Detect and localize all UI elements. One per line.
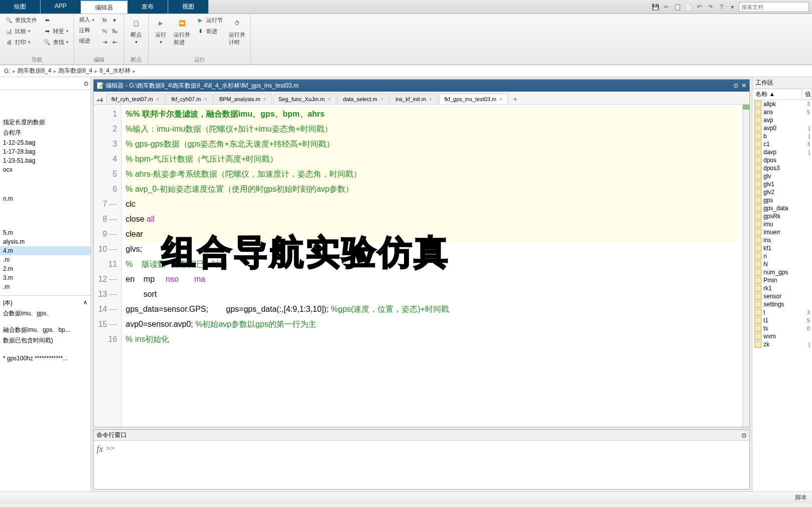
workspace-variable[interactable]: b[ <box>752 132 812 140</box>
workspace-variable[interactable]: avp0[ <box>752 124 812 132</box>
breakpoint-button[interactable]: 📋 断点▾ <box>127 15 145 46</box>
list-item[interactable]: ocx <box>0 165 91 174</box>
editor-tab[interactable]: fkf_cyh_test07.m× <box>106 94 165 104</box>
list-item[interactable]: .m <box>0 282 91 291</box>
workspace-variable[interactable]: allpk3 <box>752 100 812 108</box>
find-files-button[interactable]: 🔍查找文件 <box>3 15 39 25</box>
close-icon[interactable]: × <box>263 96 266 102</box>
goto-button[interactable]: ➡转至 <box>41 26 71 36</box>
close-icon[interactable]: × <box>499 96 502 102</box>
workspace-variable[interactable]: Pmin <box>752 276 812 284</box>
list-item[interactable]: 5.m <box>0 228 91 237</box>
list-item[interactable]: 1-17-28.bag <box>0 147 91 156</box>
workspace-col-name[interactable]: 名称 ▲ <box>752 89 802 100</box>
tab-app[interactable]: APP <box>41 0 81 14</box>
breadcrumb-root[interactable]: G: <box>4 68 11 75</box>
find-button[interactable]: 🔍查找 <box>41 37 71 47</box>
close-icon[interactable]: × <box>429 96 432 102</box>
workspace-variable[interactable]: dpos <box>752 156 812 164</box>
dropdown-icon[interactable]: ▾ <box>728 3 737 12</box>
print-button[interactable]: 🖨打印 <box>3 37 39 47</box>
tab-plot[interactable]: 绘图 <box>0 0 41 14</box>
list-item[interactable]: .m <box>0 255 91 264</box>
restore-icon[interactable]: ⊙ <box>733 82 738 89</box>
run-section-button[interactable]: ▶运行节 <box>194 15 225 25</box>
workspace-variable[interactable]: zk[ <box>752 340 812 348</box>
breadcrumb-item[interactable]: 8_4_水杉林 <box>100 67 131 75</box>
more-tabs-button[interactable]: +4 <box>94 96 106 104</box>
indent-toggle-button[interactable]: ⇥⇤ <box>99 37 121 47</box>
tab-view[interactable]: 视图 <box>168 0 209 14</box>
editor-tab[interactable]: BPM_analysis.m× <box>214 94 272 104</box>
nav-back-button[interactable]: ⬅ <box>41 15 71 25</box>
editor-tab[interactable]: ins_kf_init.m× <box>390 94 438 104</box>
breadcrumb-item[interactable]: 跑车数据8_4 <box>59 67 93 75</box>
list-item[interactable]: alysis.m <box>0 237 91 246</box>
run-advance-button[interactable]: ⏩运行并 前进 <box>172 15 192 47</box>
search-input[interactable] <box>739 2 809 12</box>
command-window-body[interactable]: fx >> <box>94 441 749 489</box>
help-icon[interactable]: ? <box>717 3 726 12</box>
workspace-variable[interactable]: t15 <box>752 316 812 324</box>
close-icon[interactable]: ✕ <box>741 82 746 89</box>
close-icon[interactable]: × <box>380 96 383 102</box>
tab-publish[interactable]: 发布 <box>128 0 168 14</box>
comment-toggle-button[interactable]: %‰ <box>99 26 121 36</box>
workspace-variable[interactable]: imuerr <box>752 228 812 236</box>
comment-button[interactable]: 注释 <box>77 26 97 35</box>
close-icon[interactable]: × <box>204 96 207 102</box>
editor-tab[interactable]: fkf_cyh07.m× <box>166 94 213 104</box>
workspace-variable[interactable]: sensor <box>752 292 812 300</box>
breadcrumb[interactable]: G:▸ 跑车数据8_4▸ 跑车数据8_4▸ 8_4_水杉林▸ <box>0 65 812 77</box>
close-icon[interactable]: × <box>328 96 331 102</box>
dropdown-icon[interactable]: ⊙ <box>741 432 746 439</box>
workspace-variable[interactable]: ts0 <box>752 324 812 332</box>
tab-editor[interactable]: 编辑器 <box>81 0 128 14</box>
editor-tab[interactable]: data_select.m× <box>337 94 389 104</box>
workspace-variable[interactable]: kf1 <box>752 244 812 252</box>
list-item[interactable]: n.m <box>0 194 91 203</box>
workspace-variable[interactable]: gps_data <box>752 204 812 212</box>
workspace-variable[interactable]: davp[ <box>752 148 812 156</box>
redo-icon[interactable]: ↷ <box>706 3 715 12</box>
insert-button[interactable]: 插入 <box>77 15 97 25</box>
indent-button[interactable]: 缩进 <box>77 36 97 46</box>
advance-button[interactable]: ⬇前进 <box>194 26 225 36</box>
workspace-variable[interactable]: dpos3 <box>752 164 812 172</box>
workspace-variable[interactable]: N <box>752 260 812 268</box>
copy-icon[interactable]: 📋 <box>673 3 682 12</box>
workspace-variable[interactable]: t3 <box>752 308 812 316</box>
workspace-variable[interactable]: num_gps <box>752 268 812 276</box>
close-icon[interactable]: × <box>156 96 159 102</box>
list-item[interactable]: 1-23-51.bag <box>0 156 91 165</box>
code-minimap[interactable] <box>742 105 749 427</box>
workspace-variable[interactable]: ins <box>752 236 812 244</box>
workspace-variable[interactable]: rk1 <box>752 284 812 292</box>
code-content[interactable]: %% 联邦卡尔曼滤波，融合数据imu、gps、bpm、ahrs %输入：imu-… <box>122 105 742 427</box>
workspace-variable[interactable]: glv <box>752 172 812 180</box>
workspace-variable[interactable]: ans5 <box>752 108 812 116</box>
workspace-variable[interactable]: glv2 <box>752 188 812 196</box>
list-item[interactable]: 指定长度的数据 <box>0 117 91 128</box>
workspace-variable[interactable]: c13 <box>752 140 812 148</box>
undo-icon[interactable]: ↶ <box>695 3 704 12</box>
editor-tab[interactable]: Seg_func_XuJin.m× <box>273 94 336 104</box>
add-tab-button[interactable]: + <box>509 94 521 104</box>
list-item[interactable]: 1-12-25.bag <box>0 138 91 147</box>
list-item[interactable]: 3.m <box>0 273 91 282</box>
workspace-variable[interactable]: glv1 <box>752 180 812 188</box>
workspace-variable[interactable]: gps <box>752 196 812 204</box>
workspace-variable[interactable]: gpsRk <box>752 212 812 220</box>
list-item[interactable]: 合程序 <box>0 128 91 138</box>
dropdown-icon[interactable]: ⊙ <box>84 80 89 87</box>
workspace-variable[interactable]: settings <box>752 300 812 308</box>
workspace-variable[interactable]: avp <box>752 116 812 124</box>
cut-icon[interactable]: ✂ <box>662 3 671 12</box>
workspace-variable[interactable]: n <box>752 252 812 260</box>
fx-button[interactable]: fx▾ <box>99 15 121 25</box>
run-time-button[interactable]: ⏱运行并 计时 <box>227 15 247 47</box>
editor-tab[interactable]: fkf_gps_ins_test03.m× <box>439 94 508 104</box>
run-button[interactable]: ▶运行▾ <box>152 15 170 46</box>
paste-icon[interactable]: 📄 <box>684 3 693 12</box>
list-item[interactable]: 4.m <box>0 246 91 255</box>
